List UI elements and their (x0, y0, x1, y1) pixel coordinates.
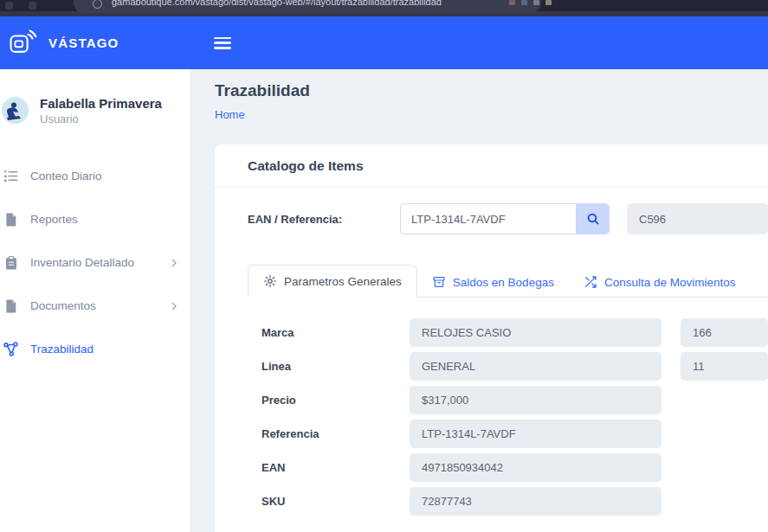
chevron-right-icon (169, 301, 179, 311)
item-code-field: C596 (627, 203, 768, 234)
field-value-linea: GENERAL (410, 352, 662, 381)
form-row-referencia: ReferenciaLTP-1314L-7AVDF (248, 420, 768, 448)
sidebar-item-label: Conteo Diario (30, 170, 179, 183)
brand[interactable]: VÁSTAGO (0, 28, 197, 59)
shuffle-icon (584, 275, 597, 289)
sidebar-item-label: Documentos (30, 299, 158, 312)
form-row-precio: Precio$317,000 (248, 386, 768, 414)
extension-icon[interactable] (509, 0, 515, 5)
chevron-right-icon (169, 258, 179, 268)
avatar (2, 97, 29, 124)
form-row-linea: LineaGENERAL11 (248, 352, 768, 381)
field-label-referencia: Referencia (248, 427, 410, 440)
browser-toolbar-icons (5, 2, 36, 10)
sidebar-nav: Conteo DiarioReportesInventario Detallad… (0, 155, 191, 371)
sidebar-item-label: Inventario Detallado (30, 256, 158, 269)
divider (215, 187, 768, 188)
field-label-linea: Linea (248, 360, 410, 373)
card-title: Catalogo de Items (248, 144, 768, 187)
extension-icon[interactable] (29, 2, 36, 10)
tab-label: Saldos en Bodegas (453, 276, 554, 289)
sidebar-item-trazabilidad[interactable]: Trazabilidad (0, 328, 191, 371)
extension-icon[interactable] (5, 2, 13, 10)
tab-consulta-de-movimientos[interactable]: Consulta de Movimientos (569, 266, 751, 298)
extension-icons (509, 0, 552, 5)
form-row-sku: SKU72877743 (248, 487, 768, 516)
tab-parametros-generales[interactable]: Parametros Generales (248, 265, 417, 298)
search-row: EAN / Referencia: C596 (248, 203, 768, 234)
field-value-referencia: LTP-1314L-7AVDF (410, 420, 662, 448)
archive-icon (432, 275, 446, 289)
sidebar-item-documentos[interactable]: Documentos (0, 285, 191, 328)
page-title: Trazabilidad (215, 81, 768, 100)
field-label-precio: Precio (248, 394, 410, 407)
tab-label: Consulta de Movimientos (604, 276, 736, 289)
extension-icon[interactable] (521, 0, 527, 5)
sidebar-item-reportes[interactable]: Reportes (0, 198, 191, 241)
field-value-precio: $317,000 (410, 386, 662, 414)
sidebar-item-label: Trazabilidad (30, 343, 179, 356)
gear-icon (263, 274, 277, 288)
tab-saldos-en-bodegas[interactable]: Saldos en Bodegas (417, 266, 569, 298)
search-icon (586, 212, 600, 226)
clipboard-icon (3, 254, 19, 271)
breadcrumb-home-link[interactable]: Home (215, 108, 245, 121)
field-label-ean: EAN (248, 461, 410, 474)
sidebar: Falabella Primavera Usuario Conteo Diari… (0, 69, 197, 532)
ean-referencia-input[interactable] (400, 203, 576, 234)
extension-icon[interactable] (533, 0, 539, 5)
browser-toolbar: gamaboutique.com/vastago/dist/vastago-we… (0, 0, 768, 11)
rfid-tag-icon (7, 28, 38, 59)
file-icon (3, 298, 19, 314)
user-name: Falabella Primavera (40, 95, 162, 112)
field-value-ean: 4971850934042 (410, 453, 662, 482)
brand-name: VÁSTAGO (48, 35, 119, 50)
field-label-marca: Marca (248, 326, 410, 339)
hamburger-icon[interactable] (214, 37, 231, 49)
field-label-sku: SKU (248, 495, 410, 508)
sidebar-item-label: Reportes (30, 213, 179, 226)
ordered-list-icon (3, 168, 19, 184)
sidebar-item-conteo-diario[interactable]: Conteo Diario (0, 155, 191, 198)
url-text[interactable]: gamaboutique.com/vastago/dist/vastago-we… (112, 0, 442, 7)
user-role: Usuario (40, 112, 162, 125)
extension-icon[interactable] (545, 0, 552, 5)
network-icon (3, 341, 19, 357)
app-header: VÁSTAGO (0, 16, 768, 69)
form-row-marca: MarcaRELOJES CASIO166 (248, 318, 768, 347)
field-value-marca: RELOJES CASIO (410, 318, 662, 347)
form-row-ean: EAN4971850934042 (248, 453, 768, 482)
tab-bar: Parametros GeneralesSaldos en BodegasCon… (248, 264, 768, 298)
tab-label: Parametros Generales (284, 275, 402, 288)
address-bar[interactable]: gamaboutique.com/vastago/dist/vastago-we… (74, 0, 541, 13)
user-info: Falabella Primavera Usuario (40, 95, 162, 125)
catalog-card: Catalogo de Items EAN / Referencia: C596 (215, 144, 768, 532)
field-value-sku: 72877743 (410, 487, 662, 516)
user-block[interactable]: Falabella Primavera Usuario (2, 95, 183, 125)
file-icon (3, 211, 19, 228)
main-content: Trazabilidad Home Catalogo de Items EAN … (197, 69, 768, 532)
search-button[interactable] (576, 203, 610, 234)
site-info-icon[interactable] (93, 0, 102, 9)
field-code-linea: 11 (681, 352, 768, 381)
item-form: MarcaRELOJES CASIO166LineaGENERAL11Preci… (248, 318, 768, 516)
sidebar-item-inventario-detallado[interactable]: Inventario Detallado (0, 241, 191, 285)
ean-referencia-label: EAN / Referencia: (248, 213, 400, 226)
field-code-marca: 166 (681, 318, 768, 347)
